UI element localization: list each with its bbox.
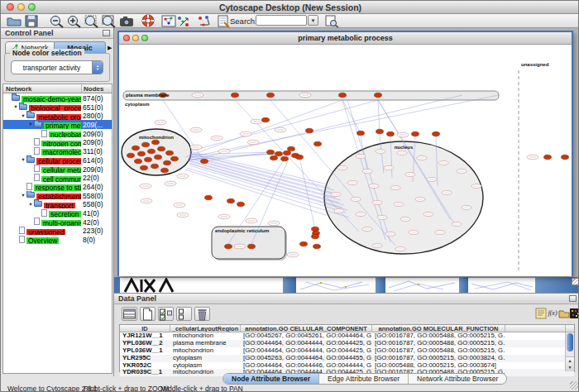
network-node[interactable] — [142, 142, 150, 147]
network-node[interactable] — [433, 131, 440, 136]
search-dropdown-arrow[interactable]: ▼ — [308, 15, 318, 26]
function-builder-icon[interactable]: f(x) — [547, 308, 558, 320]
table-mode-icon[interactable] — [122, 307, 137, 321]
tree-row[interactable]: ▼cellular process614(0) — [3, 155, 112, 165]
annotation-icon[interactable] — [215, 14, 232, 27]
zoom-fit-icon[interactable] — [101, 14, 117, 27]
tree-row[interactable]: nitrogen compo209(0) — [3, 137, 112, 146]
save-icon[interactable] — [23, 14, 40, 27]
tree-row[interactable]: macromolecule311(0) — [3, 146, 112, 155]
open-icon[interactable] — [6, 14, 22, 27]
network-node[interactable] — [544, 155, 552, 160]
network-node[interactable] — [227, 198, 235, 203]
table-row[interactable]: YKR052Ccytoplasm[GO:0044464, GO:0044446,… — [120, 362, 574, 370]
network-node[interactable] — [148, 149, 156, 154]
network-node[interactable] — [132, 146, 140, 151]
float-panel-icon[interactable] — [103, 30, 110, 36]
network-node[interactable] — [262, 117, 270, 122]
network-node[interactable] — [141, 165, 148, 170]
network-canvas[interactable]: plasma membranecytoplasmmitochondrionnuc… — [119, 45, 572, 276]
network-node[interactable] — [312, 227, 319, 232]
unselect-attributes-icon[interactable] — [176, 307, 192, 321]
tree-row[interactable]: ▼biological_process651(0) — [3, 103, 112, 112]
tree-expander-icon[interactable]: ▼ — [12, 104, 19, 109]
scrollbar-arrows[interactable]: ▲▼ — [566, 356, 574, 371]
table-scrollbar[interactable]: ▲▼ — [565, 332, 574, 371]
network-node[interactable] — [412, 131, 419, 136]
delete-attribute-icon[interactable] — [194, 307, 210, 321]
network-node[interactable] — [166, 151, 174, 155]
network-node[interactable] — [284, 151, 291, 155]
table-row[interactable]: YLR295Ccytoplasm[GO:0045263, GO:0044464,… — [120, 355, 574, 362]
network-node[interactable] — [275, 151, 283, 156]
network-node[interactable] — [138, 151, 146, 156]
network-node[interactable] — [357, 131, 365, 136]
table-column-header[interactable]: _cellularLayoutRegion — [170, 325, 241, 332]
window-resize-grip[interactable] — [570, 381, 578, 390]
network-node[interactable] — [306, 128, 313, 133]
network-node[interactable] — [314, 141, 322, 146]
tab-network-attribute-browser[interactable]: Network Attribute Browser — [409, 374, 506, 384]
tab-node-attribute-browser[interactable]: Node Attribute Browser — [223, 374, 319, 384]
network-node[interactable] — [237, 202, 245, 207]
background-frame[interactable] — [385, 277, 459, 293]
network-node[interactable] — [232, 93, 239, 98]
select-attributes-icon[interactable] — [158, 307, 174, 321]
help-icon[interactable] — [140, 14, 156, 27]
tree-row[interactable]: cell communicat22(0) — [3, 173, 112, 182]
tree-row[interactable]: ▼transport558(0) — [3, 199, 112, 208]
node-color-dropdown[interactable]: transporter activity ▲▼ — [11, 60, 103, 74]
network-node[interactable] — [155, 155, 162, 160]
network-node[interactable] — [164, 160, 171, 165]
network-node[interactable] — [288, 146, 295, 151]
zoom-out-icon[interactable] — [49, 14, 65, 27]
network-node[interactable] — [376, 129, 384, 134]
table-row[interactable]: YPL036W__1mitochondrion[GO:0044464, GO:0… — [120, 347, 574, 355]
float-panel-icon[interactable] — [569, 295, 577, 302]
network-node[interactable] — [300, 241, 308, 246]
tree-row[interactable]: multi-organism pro42(0) — [3, 218, 112, 227]
tree-column-nodes[interactable]: Nodes — [82, 84, 112, 93]
network-node[interactable] — [171, 156, 179, 161]
tree-column-network[interactable]: Network — [3, 84, 82, 93]
background-frame[interactable] — [468, 277, 535, 293]
network-node[interactable] — [158, 146, 165, 151]
tree-row[interactable]: ▼primary metabo209(... — [3, 120, 112, 129]
tree-row[interactable]: ▼establishment of lo558(0) — [3, 191, 112, 200]
network-node[interactable] — [127, 153, 135, 158]
tab-overflow-arrow[interactable]: ▶ — [108, 41, 112, 54]
frame-resize-grip[interactable] — [572, 278, 579, 285]
window-titlebar[interactable]: Cytoscape Desktop (New Session) — [1, 1, 579, 14]
network-node[interactable] — [387, 131, 395, 136]
network-frame-icon[interactable] — [160, 14, 177, 27]
layout-spring-icon[interactable] — [175, 14, 192, 27]
network-node[interactable] — [296, 155, 304, 160]
network-node[interactable] — [267, 150, 275, 155]
network-node[interactable] — [161, 168, 169, 173]
background-frame[interactable] — [296, 277, 376, 293]
table-column-header[interactable] — [505, 325, 566, 332]
import-attributes-icon[interactable] — [558, 308, 570, 320]
tree-row[interactable]: ▼metabolic process280(0) — [3, 111, 112, 120]
network-node[interactable] — [270, 155, 278, 160]
search-input[interactable] — [256, 15, 307, 26]
tree-expander-icon[interactable]: ▼ — [27, 202, 34, 207]
network-node[interactable] — [225, 244, 232, 249]
network-node[interactable] — [339, 93, 347, 98]
table-row[interactable]: YPL036W__2plasma membrane[GO:0044464, GO… — [120, 340, 574, 347]
table-column-header[interactable]: annotation.GO MOLECULAR_FUNCTION — [372, 325, 505, 332]
tree-row[interactable]: response to stimulu264(0) — [3, 182, 112, 191]
network-node[interactable] — [201, 159, 208, 164]
network-node[interactable] — [152, 140, 160, 145]
network-view-titlebar[interactable]: primary metabolic process — [119, 32, 572, 45]
tab-edge-attribute-browser[interactable]: Edge Attribute Browser — [319, 374, 409, 384]
network-node[interactable] — [281, 156, 289, 161]
scrollbar-thumb[interactable] — [567, 333, 573, 351]
network-node[interactable] — [375, 93, 382, 98]
network-node[interactable] — [313, 244, 321, 249]
table-row[interactable]: YJR121W__1mitochondrion[GO:0045267, GO:0… — [120, 332, 574, 340]
tree-row[interactable]: nucleobase-209(0) — [3, 129, 112, 138]
tree-expander-icon[interactable]: ▼ — [20, 113, 26, 118]
tree-expander-icon[interactable]: ▼ — [20, 193, 26, 198]
zoom-in-icon[interactable] — [66, 14, 83, 27]
